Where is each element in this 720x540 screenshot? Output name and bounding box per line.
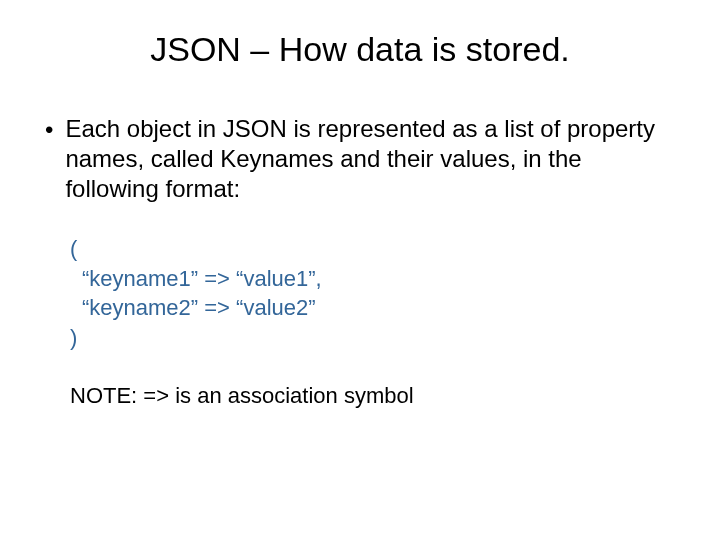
- slide-title: JSON – How data is stored.: [40, 30, 680, 69]
- code-line-close: ): [70, 323, 680, 353]
- code-block: ( “keyname1” => “value1”, “keyname2” => …: [40, 234, 680, 353]
- code-line-kv2: “keyname2” => “value2”: [70, 293, 680, 323]
- code-line-open: (: [70, 234, 680, 264]
- bullet-text: Each object in JSON is represented as a …: [65, 114, 680, 204]
- code-line-kv1: “keyname1” => “value1”,: [70, 264, 680, 294]
- bullet-item: • Each object in JSON is represented as …: [40, 114, 680, 204]
- bullet-marker: •: [45, 114, 53, 145]
- note-text: NOTE: => is an association symbol: [40, 383, 680, 409]
